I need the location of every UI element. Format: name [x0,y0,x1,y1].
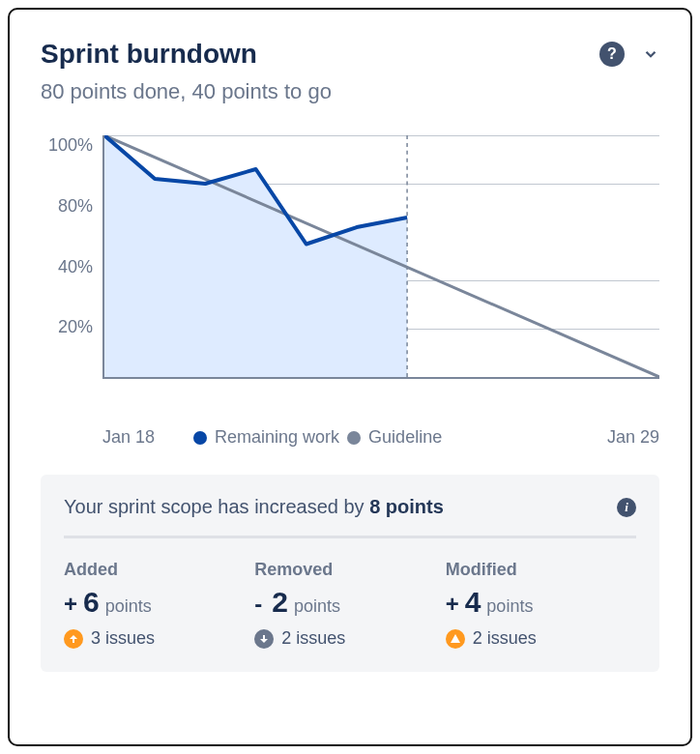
y-tick: 80% [58,196,93,217]
legend-label: Guideline [368,427,442,448]
y-tick: 40% [58,257,93,277]
col-label: Removed [254,560,445,580]
burndown-chart: 100% 80% 40% 20% [41,135,659,416]
arrow-up-icon [64,629,83,649]
help-icon[interactable]: ? [599,42,625,67]
legend-remaining: Remaining work [193,427,339,448]
burndown-card: Sprint burndown ? 80 points done, 40 poi… [8,8,692,746]
scope-summary: Your sprint scope has increased by 8 poi… [64,496,444,518]
scope-col-added: Added +6 points 3 issues [64,560,254,649]
arrow-down-icon [254,629,274,649]
scope-header: Your sprint scope has increased by 8 poi… [64,496,636,518]
card-subtitle: 80 points done, 40 points to go [41,79,659,104]
scope-col-removed: Removed -2 points 2 issues [254,560,445,649]
card-title: Sprint burndown [41,39,257,70]
legend-label: Remaining work [215,427,339,448]
info-icon[interactable]: i [617,498,636,517]
card-header: Sprint burndown ? [41,39,659,70]
y-tick: 100% [48,135,93,156]
col-issues: 3 issues [64,628,254,649]
x-tick-start: Jan 18 [102,427,155,448]
x-axis: Jan 18 Remaining work Guideline Jan 29 [41,427,659,448]
col-issues: 2 issues [254,628,445,649]
col-label: Added [64,560,254,580]
legend-dot-icon [347,431,361,445]
col-value: -2 points [254,586,445,619]
chevron-down-icon[interactable] [642,45,659,63]
warning-icon [446,629,465,649]
col-value: +4 points [446,586,636,619]
x-tick-end: Jan 29 [607,427,659,448]
divider [64,536,636,538]
header-actions: ? [599,42,659,67]
legend-dot-icon [193,431,207,445]
col-label: Modified [446,560,636,580]
col-issues: 2 issues [446,628,636,649]
scope-col-modified: Modified +4 points 2 issues [446,560,636,649]
y-tick: 20% [58,317,93,337]
y-axis: 100% 80% 40% 20% [41,135,102,379]
scope-panel: Your sprint scope has increased by 8 poi… [41,475,659,672]
plot-area [102,135,659,379]
scope-columns: Added +6 points 3 issues Removed -2 poin… [64,560,636,649]
col-value: +6 points [64,586,254,619]
legend-guideline: Guideline [347,427,442,448]
